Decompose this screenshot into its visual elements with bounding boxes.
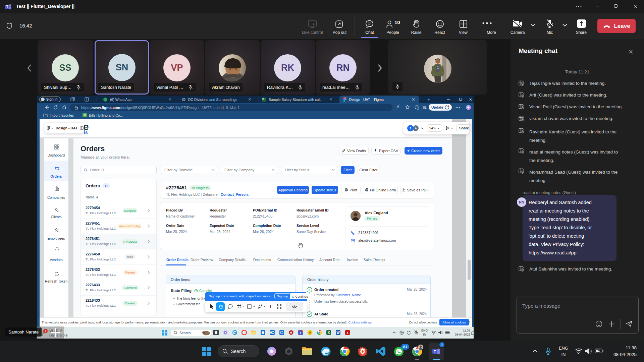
svg-text:A: A: [346, 332, 348, 334]
svg-text:X: X: [328, 331, 330, 335]
svg-text:T: T: [434, 350, 436, 354]
svg-text:T: T: [300, 331, 302, 335]
svg-text:W: W: [336, 331, 340, 335]
svg-text:T: T: [6, 5, 8, 9]
svg-text:M: M: [290, 331, 292, 334]
